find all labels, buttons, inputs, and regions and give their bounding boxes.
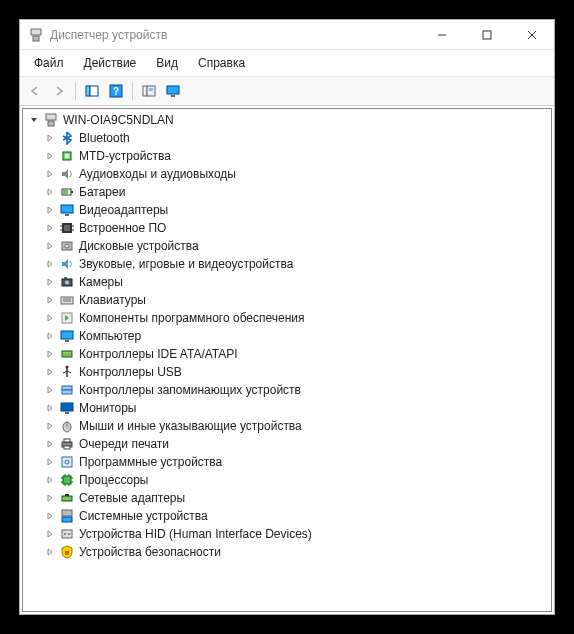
caret-right-icon[interactable]	[43, 419, 57, 433]
tree-item[interactable]: Очереди печати	[23, 435, 551, 453]
help-button[interactable]: ?	[105, 80, 127, 102]
root-label: WIN-OIA9C5NDLAN	[63, 113, 174, 127]
svg-rect-0	[31, 29, 41, 35]
tree-item[interactable]: Контроллеры IDE ATA/ATAPI	[23, 345, 551, 363]
tree-root[interactable]: WIN-OIA9C5NDLAN	[23, 111, 551, 129]
caret-down-icon[interactable]	[27, 113, 41, 127]
menu-view[interactable]: Вид	[148, 54, 186, 72]
tree-item-label: Программные устройства	[79, 455, 222, 469]
caret-right-icon[interactable]	[43, 455, 57, 469]
tree-item-label: Устройства безопасности	[79, 545, 221, 559]
tree-item[interactable]: Звуковые, игровые и видеоустройства	[23, 255, 551, 273]
scan-hardware-button[interactable]	[138, 80, 160, 102]
maximize-button[interactable]	[464, 20, 509, 49]
tree-item[interactable]: Компоненты программного обеспечения	[23, 309, 551, 327]
tree-item[interactable]: Камеры	[23, 273, 551, 291]
tree-item-label: Bluetooth	[79, 131, 130, 145]
battery-icon	[59, 184, 75, 200]
svg-rect-10	[143, 86, 147, 96]
caret-right-icon[interactable]	[43, 329, 57, 343]
network-icon	[59, 490, 75, 506]
caret-right-icon[interactable]	[43, 221, 57, 235]
audio-icon	[59, 166, 75, 182]
softdev-icon	[59, 454, 75, 470]
tree-item[interactable]: Процессоры	[23, 471, 551, 489]
tree-item-label: Мыши и иные указывающие устройства	[79, 419, 302, 433]
caret-right-icon[interactable]	[43, 167, 57, 181]
monitor-button[interactable]	[162, 80, 184, 102]
tree-item-label: Дисковые устройства	[79, 239, 199, 253]
caret-right-icon[interactable]	[43, 275, 57, 289]
caret-right-icon[interactable]	[43, 293, 57, 307]
tree-item[interactable]: Устройства безопасности	[23, 543, 551, 561]
caret-right-icon[interactable]	[43, 185, 57, 199]
caret-right-icon[interactable]	[43, 491, 57, 505]
svg-rect-3	[483, 31, 491, 39]
menu-action[interactable]: Действие	[76, 54, 145, 72]
tree-item[interactable]: Встроенное ПО	[23, 219, 551, 237]
disk-icon	[59, 238, 75, 254]
tree-item-label: Клавиатуры	[79, 293, 146, 307]
tree-item[interactable]: Системные устройства	[23, 507, 551, 525]
caret-right-icon[interactable]	[43, 365, 57, 379]
app-icon	[28, 27, 44, 43]
caret-right-icon[interactable]	[43, 203, 57, 217]
tree-item-label: Системные устройства	[79, 509, 208, 523]
caret-right-icon[interactable]	[43, 473, 57, 487]
svg-rect-6	[86, 86, 90, 96]
tree-item[interactable]: Компьютер	[23, 327, 551, 345]
caret-right-icon[interactable]	[43, 311, 57, 325]
caret-right-icon[interactable]	[43, 401, 57, 415]
caret-right-icon[interactable]	[43, 257, 57, 271]
system-icon	[59, 508, 75, 524]
menubar: Файл Действие Вид Справка	[20, 50, 554, 77]
computer-icon	[43, 112, 59, 128]
caret-right-icon[interactable]	[43, 545, 57, 559]
security-icon	[59, 544, 75, 560]
svg-rect-14	[171, 95, 175, 97]
tree-item[interactable]: Аудиовходы и аудиовыходы	[23, 165, 551, 183]
tree-item-label: Компоненты программного обеспечения	[79, 311, 305, 325]
back-button[interactable]	[24, 80, 46, 102]
tree-item-label: Устройства HID (Human Interface Devices)	[79, 527, 312, 541]
tree-item-label: Сетевые адаптеры	[79, 491, 185, 505]
tree-item[interactable]: Мониторы	[23, 399, 551, 417]
tree-item[interactable]: Устройства HID (Human Interface Devices)	[23, 525, 551, 543]
keyboard-icon	[59, 292, 75, 308]
caret-right-icon[interactable]	[43, 131, 57, 145]
menu-file[interactable]: Файл	[26, 54, 72, 72]
tree-item[interactable]: MTD-устройства	[23, 147, 551, 165]
tree-item[interactable]: Батареи	[23, 183, 551, 201]
svg-text:?: ?	[113, 86, 119, 97]
storage-icon	[59, 382, 75, 398]
toolbar-separator	[75, 82, 76, 100]
tree-item[interactable]: Клавиатуры	[23, 291, 551, 309]
tree-item[interactable]: Дисковые устройства	[23, 237, 551, 255]
show-hide-tree-button[interactable]	[81, 80, 103, 102]
caret-right-icon[interactable]	[43, 509, 57, 523]
minimize-button[interactable]	[419, 20, 464, 49]
bluetooth-icon	[59, 130, 75, 146]
tree-item[interactable]: Контроллеры запоминающих устройств	[23, 381, 551, 399]
device-tree[interactable]: WIN-OIA9C5NDLAN BluetoothMTD-устройстваА…	[22, 108, 552, 612]
menu-help[interactable]: Справка	[190, 54, 253, 72]
caret-right-icon[interactable]	[43, 239, 57, 253]
toolbar: ?	[20, 77, 554, 106]
caret-right-icon[interactable]	[43, 437, 57, 451]
caret-right-icon[interactable]	[43, 347, 57, 361]
tree-item-label: Видеоадаптеры	[79, 203, 168, 217]
tree-item[interactable]: Программные устройства	[23, 453, 551, 471]
tree-item[interactable]: Мыши и иные указывающие устройства	[23, 417, 551, 435]
caret-right-icon[interactable]	[43, 383, 57, 397]
caret-right-icon[interactable]	[43, 527, 57, 541]
tree-item-label: Батареи	[79, 185, 125, 199]
tree-item[interactable]: Bluetooth	[23, 129, 551, 147]
tree-item[interactable]: Видеоадаптеры	[23, 201, 551, 219]
tree-item[interactable]: Контроллеры USB	[23, 363, 551, 381]
forward-button[interactable]	[48, 80, 70, 102]
close-button[interactable]	[509, 20, 554, 49]
tree-item-label: Звуковые, игровые и видеоустройства	[79, 257, 293, 271]
titlebar: Диспетчер устройств	[20, 20, 554, 50]
tree-item[interactable]: Сетевые адаптеры	[23, 489, 551, 507]
caret-right-icon[interactable]	[43, 149, 57, 163]
